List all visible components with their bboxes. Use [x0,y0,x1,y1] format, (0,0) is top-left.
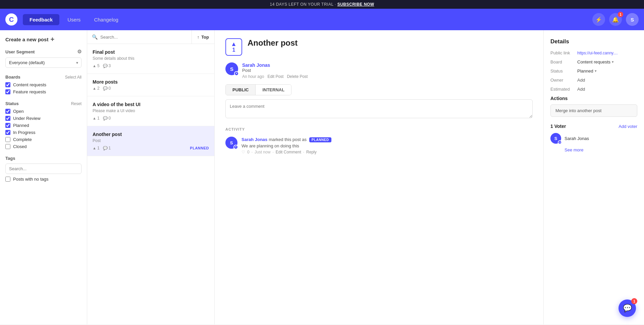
public-link-value[interactable]: https://ui-feed.canny.... [577,51,618,55]
reply-link[interactable]: Reply [306,150,317,154]
tab-public[interactable]: PUBLIC [226,85,256,95]
status-under-review-label: Under Review [13,116,41,121]
post-list: 🔍 ↑ Top Final post Some details about th… [87,30,215,324]
notifications-button[interactable]: 🔔 1 [609,13,622,26]
post-stats: ▲ 5 💬 3 [93,63,111,68]
board-content-requests[interactable]: Content requests [5,82,82,87]
comment-count: 0 [109,116,111,121]
estimated-add-link[interactable]: Add [577,87,585,92]
status-under-review-checkbox[interactable] [5,116,10,121]
public-link-row: Public link https://ui-feed.canny.... [550,50,637,55]
edit-post-link[interactable]: Edit Post [267,74,283,79]
post-desc: Please make a UI video [93,108,209,113]
comment-input[interactable] [225,99,533,118]
activity-note: We are planning on doing this [241,143,331,148]
status-complete-checkbox[interactable] [5,137,10,142]
gear-icon[interactable]: ⚙ [77,49,82,55]
status-open-checkbox[interactable] [5,109,10,114]
post-meta: ▲ 5 💬 3 [93,63,209,68]
post-item-video-ui[interactable]: A video of the best UI Please make a UI … [87,96,214,126]
status-planned-checkbox[interactable] [5,123,10,128]
post-title: More posts [93,79,209,85]
select-all-link[interactable]: Select All [65,75,82,80]
see-more-link[interactable]: See more [565,147,583,152]
board-content-requests-label: Content requests [13,82,46,87]
status-value: Planned [577,68,593,74]
status-closed-checkbox[interactable] [5,144,10,149]
board-feature-requests-label: Feature requests [13,89,46,94]
upvote-icon: ▲ [93,64,96,68]
comment-stat: 💬 1 [103,146,111,150]
logo[interactable]: C [5,13,17,26]
planned-badge: PLANNED [309,137,331,142]
owner-row: Owner Add [550,78,637,83]
post-title: Another post [93,132,209,137]
status-in-progress-checkbox[interactable] [5,130,10,135]
add-voter-link[interactable]: Add voter [619,124,637,129]
status-dropdown[interactable]: Planned ▾ [577,68,597,74]
posts-no-tags-checkbox[interactable] [5,177,10,182]
post-detail-inner: ▲ 1 Another post S ✦ Sarah Jonas Post An… [215,30,543,168]
lightning-icon-button[interactable]: ⚡ [592,13,605,26]
users-nav-button[interactable]: Users [62,14,86,25]
post-item-final-post[interactable]: Final post Some details about this ▲ 5 💬… [87,44,214,74]
board-dropdown[interactable]: Content requests ▾ [577,59,614,64]
owner-add-link[interactable]: Add [577,78,585,83]
post-time-actions: An hour ago Edit Post Delete Post [242,74,308,79]
activity-main: Sarah Jonas marked this post as PLANNED [241,137,331,142]
merge-button[interactable]: Merge into another post [550,104,637,117]
upvote-icon: ▲ [93,146,96,150]
board-row: Board Content requests ▾ [550,59,637,64]
user-avatar-button[interactable]: S [626,13,639,26]
post-item-another-post[interactable]: Another post Post ▲ 1 💬 1 PLANNED [87,126,214,156]
board-feature-requests-checkbox[interactable] [5,89,10,94]
notification-badge: 1 [618,12,623,17]
status-under-review[interactable]: Under Review [5,116,82,121]
chat-badge: 1 [631,298,637,304]
search-input[interactable] [100,35,187,40]
create-post-button[interactable]: Create a new post + [5,36,54,43]
post-detail: ▲ 1 Another post S ✦ Sarah Jonas Post An… [215,30,543,324]
comment-stat: 💬 0 [103,86,111,91]
search-sort-bar: 🔍 ↑ Top [87,30,214,44]
status-in-progress[interactable]: In Progress [5,130,82,135]
post-stats: ▲ 2 💬 0 [93,86,111,91]
heart-icon[interactable]: ♡ [241,150,245,154]
status-complete[interactable]: Complete [5,137,82,142]
post-item-more-posts[interactable]: More posts ▲ 2 💬 0 [87,74,214,96]
status-open[interactable]: Open [5,109,82,114]
author-avatar: S ✦ [225,62,238,75]
left-sidebar: Create a new post + User Segment ⚙ Every… [0,30,87,324]
edit-comment-link[interactable]: Edit Comment [276,150,301,154]
board-value: Content requests [577,59,610,64]
changelog-nav-button[interactable]: Changelog [89,14,124,25]
admin-icon: ✦ [235,146,237,148]
delete-post-link[interactable]: Delete Post [287,74,308,79]
voter-avatar: S ✦ [550,133,561,144]
board-content-requests-checkbox[interactable] [5,82,10,87]
vote-box[interactable]: ▲ 1 [225,38,242,56]
status-planned[interactable]: Planned [5,123,82,128]
post-meta: ▲ 1 💬 1 PLANNED [93,146,209,150]
boards-header: Boards Select All [5,75,82,80]
comment-stat: 💬 3 [103,63,111,68]
sort-label: Top [201,35,209,40]
tab-internal[interactable]: INTERNAL [256,85,291,95]
posts-no-tags-label: Posts with no tags [13,177,49,182]
author-info: Sarah Jonas Post An hour ago Edit Post D… [242,62,308,79]
tags-search-input[interactable] [5,164,82,174]
sort-arrow-icon: ↑ [197,35,200,40]
posts-no-tags[interactable]: Posts with no tags [5,177,82,182]
chat-widget[interactable]: 💬 1 [619,299,636,317]
feedback-nav-button[interactable]: Feedback [23,14,59,25]
status-tag: PLANNED [190,146,209,150]
subscribe-link[interactable]: SUBSCRIBE NOW [337,2,374,7]
status-closed[interactable]: Closed [5,144,82,149]
reset-link[interactable]: Reset [71,101,82,106]
board-feature-requests[interactable]: Feature requests [5,89,82,94]
activity-item: S ✦ Sarah Jonas marked this post as PLAN… [225,137,533,154]
sort-button[interactable]: ↑ Top [192,31,214,44]
vote-count: 1 [97,116,100,121]
user-segment-select[interactable]: Everyone (default) [5,57,82,68]
create-post-label: Create a new post [5,37,48,42]
